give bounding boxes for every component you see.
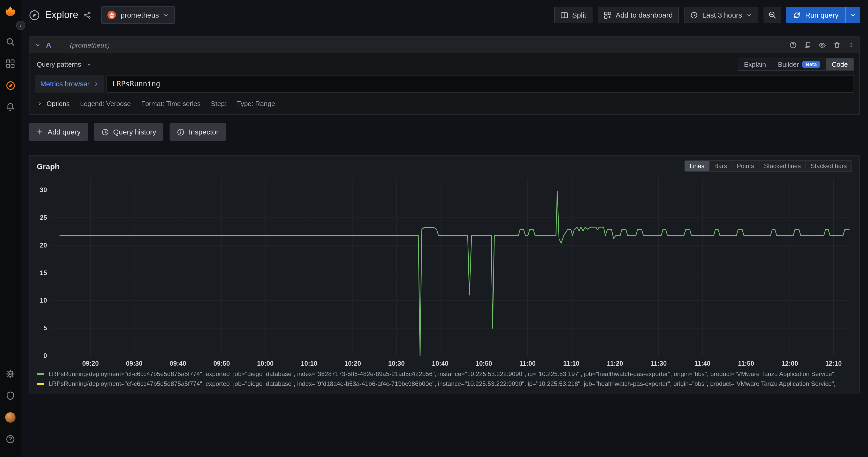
add-to-dashboard-button[interactable]: Add to dashboard <box>598 7 679 23</box>
svg-text:11:40: 11:40 <box>694 360 711 367</box>
query-editor-section: A (prometheus) <box>29 36 860 115</box>
mode-stacked-bars-button[interactable]: Stacked bars <box>805 161 851 171</box>
svg-text:10:00: 10:00 <box>257 360 274 367</box>
mode-lines-button[interactable]: Lines <box>685 161 709 171</box>
explore-toolbar: Explore prometheus <box>21 0 868 30</box>
mode-points-button[interactable]: Points <box>732 161 759 171</box>
drag-handle-icon[interactable] <box>848 41 854 49</box>
collapse-chevron-icon[interactable] <box>35 42 41 48</box>
query-row-actions <box>789 41 854 49</box>
svg-text:10:30: 10:30 <box>388 360 405 367</box>
page-title: Explore <box>45 9 78 21</box>
legend-label[interactable]: LRPsRunning{deployment="cf-c6cc47b5e5d87… <box>49 380 836 388</box>
editor-mode-group: Explain Builder Beta Code <box>738 58 854 71</box>
legend-swatch <box>37 373 44 375</box>
info-circle-icon <box>177 128 185 136</box>
svg-text:30: 30 <box>40 186 47 193</box>
svg-text:15: 15 <box>40 269 47 276</box>
prometheus-logo <box>107 10 117 20</box>
query-ref-id[interactable]: A <box>46 41 51 49</box>
query-patterns-button[interactable]: Query patterns <box>35 60 94 68</box>
datasource-name: prometheus <box>121 11 159 19</box>
hide-response-eye-icon[interactable] <box>818 41 826 49</box>
query-help-icon[interactable] <box>789 41 797 49</box>
options-type-summary: Type: Range <box>237 99 275 107</box>
user-avatar[interactable] <box>0 406 21 428</box>
chevron-down-icon <box>746 12 752 18</box>
run-query-dropdown-button[interactable] <box>845 7 860 23</box>
explore-compass-icon <box>29 9 40 21</box>
mode-builder-button[interactable]: Builder Beta <box>772 58 826 70</box>
chevron-right-icon <box>93 81 99 87</box>
graph-display-mode-group: Lines Bars Points Stacked lines Stacked … <box>684 160 852 172</box>
svg-text:11:10: 11:10 <box>563 360 580 367</box>
options-format-summary: Format: Time series <box>141 99 200 107</box>
options-toggle[interactable]: Options <box>37 99 70 107</box>
run-query-group: Run query <box>786 7 860 23</box>
time-range-picker[interactable]: Last 3 hours <box>684 7 759 23</box>
time-series-chart[interactable]: 05101520253009:2009:3009:4009:5010:0010:… <box>29 173 859 369</box>
duplicate-query-icon[interactable] <box>804 41 811 49</box>
dashboards-icon[interactable] <box>0 53 21 74</box>
svg-text:25: 25 <box>40 214 47 221</box>
svg-text:11:00: 11:00 <box>520 360 536 367</box>
chevron-down-icon <box>86 61 92 67</box>
metrics-browser-button[interactable]: Metrics browser <box>35 75 105 93</box>
sync-icon <box>793 11 801 19</box>
apps-icon <box>604 11 612 19</box>
chevron-down-icon <box>163 12 169 18</box>
chevron-right-icon <box>37 101 42 106</box>
svg-text:12:10: 12:10 <box>825 360 842 367</box>
graph-legend: LRPsRunning{deployment="cf-c6cc47b5e5d87… <box>29 369 859 391</box>
mode-explain-button[interactable]: Explain <box>738 58 772 70</box>
search-icon[interactable] <box>0 31 21 53</box>
chart-svg[interactable]: 05101520253009:2009:3009:4009:5010:0010:… <box>34 175 855 369</box>
beta-badge: Beta <box>802 61 820 67</box>
help-icon[interactable] <box>0 428 21 450</box>
mode-stacked-lines-button[interactable]: Stacked lines <box>759 161 805 171</box>
split-icon <box>560 11 568 19</box>
sidebar-expand-button[interactable]: › <box>16 21 25 30</box>
clock-icon <box>690 11 698 19</box>
svg-text:11:30: 11:30 <box>651 360 667 367</box>
zoom-out-button[interactable] <box>764 7 781 23</box>
svg-text:0: 0 <box>43 352 47 359</box>
svg-text:20: 20 <box>40 242 47 249</box>
history-icon <box>101 128 109 136</box>
options-step-summary: Step: <box>211 99 227 107</box>
svg-text:09:30: 09:30 <box>126 360 143 367</box>
sidebar <box>0 0 21 457</box>
datasource-picker[interactable]: prometheus <box>101 6 175 24</box>
query-history-button[interactable]: Query history <box>94 123 164 141</box>
svg-text:5: 5 <box>43 324 47 332</box>
grafana-logo[interactable] <box>4 4 17 18</box>
settings-gear-icon[interactable] <box>0 363 21 385</box>
options-legend-summary: Legend: Verbose <box>80 99 131 107</box>
add-query-button[interactable]: Add query <box>29 123 88 141</box>
svg-text:11:50: 11:50 <box>738 360 754 367</box>
query-datasource-hint: (prometheus) <box>70 41 110 49</box>
alerting-bell-icon[interactable] <box>0 96 21 118</box>
svg-text:10:50: 10:50 <box>476 360 492 367</box>
sidebar-top-nav <box>0 31 21 118</box>
remove-query-trash-icon[interactable] <box>833 41 841 49</box>
legend-label[interactable]: LRPsRunning{deployment="cf-c6cc47b5e5d87… <box>49 370 836 377</box>
explore-actions: Add query Query history Inspector <box>29 123 860 141</box>
promql-query-input[interactable] <box>107 75 854 93</box>
split-button[interactable]: Split <box>554 7 592 23</box>
legend-item[interactable]: LRPsRunning{deployment="cf-c6cc47b5e5d87… <box>37 380 852 388</box>
svg-text:10:20: 10:20 <box>345 360 361 367</box>
mode-bars-button[interactable]: Bars <box>709 161 732 171</box>
query-row-header[interactable]: A (prometheus) <box>29 37 859 53</box>
security-shield-icon[interactable] <box>0 385 21 406</box>
explore-icon[interactable] <box>0 74 21 96</box>
run-query-button[interactable]: Run query <box>786 7 845 23</box>
mode-code-button[interactable]: Code <box>826 58 854 70</box>
legend-swatch <box>37 383 44 385</box>
share-icon[interactable] <box>84 11 91 19</box>
svg-text:10:10: 10:10 <box>301 360 317 367</box>
graph-panel-title: Graph <box>37 162 59 171</box>
legend-item[interactable]: LRPsRunning{deployment="cf-c6cc47b5e5d87… <box>37 370 852 377</box>
svg-text:09:40: 09:40 <box>169 360 186 367</box>
inspector-button[interactable]: Inspector <box>169 123 226 141</box>
